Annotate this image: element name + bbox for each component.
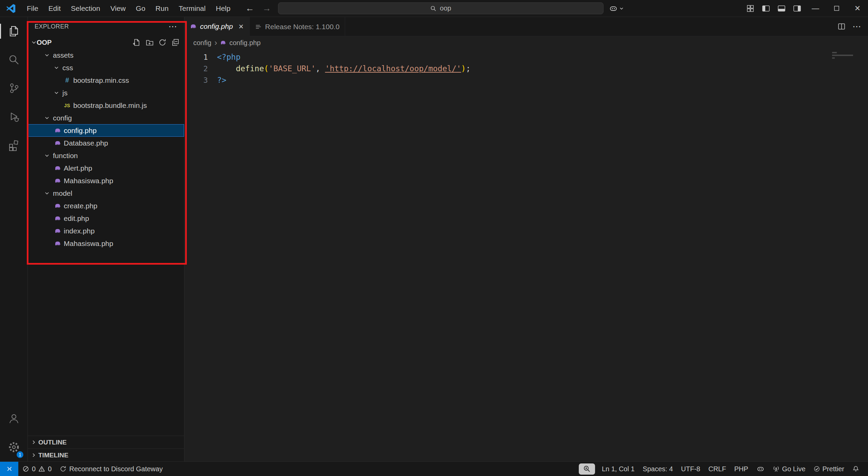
copilot-icon bbox=[756, 465, 765, 473]
breadcrumb-file[interactable]: config.php bbox=[229, 39, 260, 47]
code-line-2[interactable]: 2 define('BASE_URL', 'http://localhost/o… bbox=[184, 63, 868, 74]
tree-file-index-php[interactable]: index.php bbox=[28, 225, 184, 237]
maximize-button[interactable] bbox=[826, 0, 847, 17]
go-live-status[interactable]: Go Live bbox=[769, 462, 810, 476]
editor-more-icon[interactable]: ⋯ bbox=[852, 22, 861, 31]
menu-help[interactable]: Help bbox=[211, 0, 235, 17]
problems-status[interactable]: 0 0 bbox=[18, 462, 56, 476]
copilot-button[interactable] bbox=[609, 4, 624, 13]
tree-folder-assets[interactable]: assets bbox=[28, 49, 184, 61]
tree-file-edit-php[interactable]: edit.php bbox=[28, 212, 184, 225]
back-arrow-icon[interactable]: ← bbox=[244, 3, 256, 14]
tree-item-label: index.php bbox=[64, 227, 95, 235]
minimap-line bbox=[832, 55, 853, 56]
chevron-down-icon bbox=[31, 40, 37, 45]
code-line-1[interactable]: 1 <?php bbox=[184, 51, 868, 63]
close-button[interactable]: ✕ bbox=[847, 0, 868, 17]
php-file-icon bbox=[220, 40, 226, 46]
tree-item-label: Mahasiswa.php bbox=[64, 240, 113, 248]
collapse-all-icon[interactable] bbox=[171, 38, 179, 46]
run-debug-icon[interactable] bbox=[0, 102, 27, 131]
explorer-sidebar: EXPLORER ⋯ OOP bbox=[28, 17, 184, 461]
tab-label: config.php bbox=[200, 22, 233, 31]
copilot-status[interactable] bbox=[752, 462, 769, 476]
tab-label: Release Notes: 1.100.0 bbox=[265, 23, 339, 31]
menu-go[interactable]: Go bbox=[131, 0, 151, 17]
split-editor-icon[interactable] bbox=[837, 22, 846, 31]
indentation-status[interactable]: Spaces: 4 bbox=[639, 462, 677, 476]
zoom-status[interactable] bbox=[579, 463, 595, 475]
tree-file-mahasiswa-php-function[interactable]: Mahasiswa.php bbox=[28, 174, 184, 187]
explorer-more-icon[interactable]: ⋯ bbox=[169, 22, 177, 31]
language-mode-status[interactable]: PHP bbox=[730, 462, 752, 476]
minimap[interactable] bbox=[832, 52, 861, 59]
new-file-icon[interactable] bbox=[133, 38, 141, 46]
source-control-icon[interactable] bbox=[0, 74, 27, 102]
line-number: 3 bbox=[184, 76, 217, 84]
tab-config-php[interactable]: config.php ✕ bbox=[184, 17, 250, 36]
titlebar-right-controls: — ✕ bbox=[743, 0, 868, 17]
css-file-icon: # bbox=[62, 76, 72, 84]
menu-file[interactable]: File bbox=[22, 0, 43, 17]
tree-file-alert-php[interactable]: Alert.php bbox=[28, 162, 184, 174]
toggle-secondary-sidebar-icon[interactable] bbox=[789, 0, 805, 17]
tree-folder-function[interactable]: function bbox=[28, 149, 184, 162]
encoding-status[interactable]: UTF-8 bbox=[677, 462, 705, 476]
cursor-position-status[interactable]: Ln 1, Col 1 bbox=[598, 462, 639, 476]
menu-edit[interactable]: Edit bbox=[43, 0, 66, 17]
php-file-icon bbox=[53, 177, 62, 184]
search-sidebar-icon[interactable] bbox=[0, 45, 27, 74]
prettier-label: Prettier bbox=[823, 465, 844, 473]
explorer-icon[interactable] bbox=[0, 17, 27, 45]
eol-status[interactable]: CRLF bbox=[704, 462, 730, 476]
file-tree: assets css # bootstrap.min.css js JS boo… bbox=[28, 49, 184, 250]
tree-folder-css[interactable]: css bbox=[28, 61, 184, 74]
code-line-3[interactable]: 3 ?> bbox=[184, 74, 868, 86]
tree-file-database-php[interactable]: Database.php bbox=[28, 137, 184, 149]
tree-folder-model[interactable]: model bbox=[28, 187, 184, 199]
extensions-icon[interactable] bbox=[0, 131, 27, 159]
toggle-sidebar-icon[interactable] bbox=[758, 0, 774, 17]
search-icon bbox=[430, 5, 436, 12]
minimize-button[interactable]: — bbox=[805, 0, 826, 17]
discord-gateway-status[interactable]: Reconnect to Discord Gateway bbox=[56, 462, 167, 476]
tree-folder-config[interactable]: config bbox=[28, 112, 184, 124]
php-file-icon bbox=[53, 127, 62, 134]
tree-file-create-php[interactable]: create.php bbox=[28, 199, 184, 212]
tree-item-label: edit.php bbox=[64, 214, 89, 223]
explorer-header: EXPLORER ⋯ bbox=[28, 17, 184, 36]
new-folder-icon[interactable] bbox=[145, 38, 154, 46]
js-file-icon: JS bbox=[62, 103, 72, 108]
breadcrumb-folder[interactable]: config bbox=[193, 39, 211, 47]
tree-file-config-php[interactable]: config.php bbox=[28, 124, 184, 137]
activity-bar: 1 bbox=[0, 17, 28, 461]
outline-section[interactable]: OUTLINE bbox=[28, 436, 184, 449]
menu-view[interactable]: View bbox=[105, 0, 131, 17]
php-file-icon bbox=[53, 140, 62, 147]
tab-release-notes[interactable]: Release Notes: 1.100.0 bbox=[250, 17, 345, 36]
settings-gear-icon[interactable]: 1 bbox=[0, 433, 27, 461]
url-link: 'http://localhost/oop/model/' bbox=[325, 64, 461, 73]
tree-file-bootstrap-min-css[interactable]: # bootstrap.min.css bbox=[28, 74, 184, 87]
menu-selection[interactable]: Selection bbox=[66, 0, 105, 17]
forward-arrow-icon[interactable]: → bbox=[261, 3, 273, 14]
timeline-section[interactable]: TIMELINE bbox=[28, 449, 184, 461]
tree-file-mahasiswa-php-model[interactable]: Mahasiswa.php bbox=[28, 237, 184, 250]
refresh-icon[interactable] bbox=[158, 38, 166, 46]
remote-indicator[interactable] bbox=[0, 462, 18, 476]
explorer-root-section[interactable]: OOP bbox=[28, 36, 184, 49]
eol-label: CRLF bbox=[708, 465, 726, 473]
menu-run[interactable]: Run bbox=[151, 0, 174, 17]
code-editor[interactable]: 1 <?php 2 define('BASE_URL', 'http://loc… bbox=[184, 49, 868, 461]
tree-folder-js[interactable]: js bbox=[28, 87, 184, 99]
menu-terminal[interactable]: Terminal bbox=[174, 0, 211, 17]
customize-layout-icon[interactable] bbox=[743, 0, 758, 17]
search-input[interactable]: oop bbox=[278, 2, 604, 14]
prettier-status[interactable]: Prettier bbox=[810, 462, 848, 476]
close-icon[interactable]: ✕ bbox=[238, 23, 244, 31]
notifications-bell-icon[interactable] bbox=[848, 462, 863, 476]
accounts-icon[interactable] bbox=[0, 404, 27, 433]
tree-file-bootstrap-bundle-min-js[interactable]: JS bootstrap.bundle.min.js bbox=[28, 99, 184, 112]
toggle-panel-icon[interactable] bbox=[774, 0, 789, 17]
check-icon bbox=[814, 466, 820, 472]
